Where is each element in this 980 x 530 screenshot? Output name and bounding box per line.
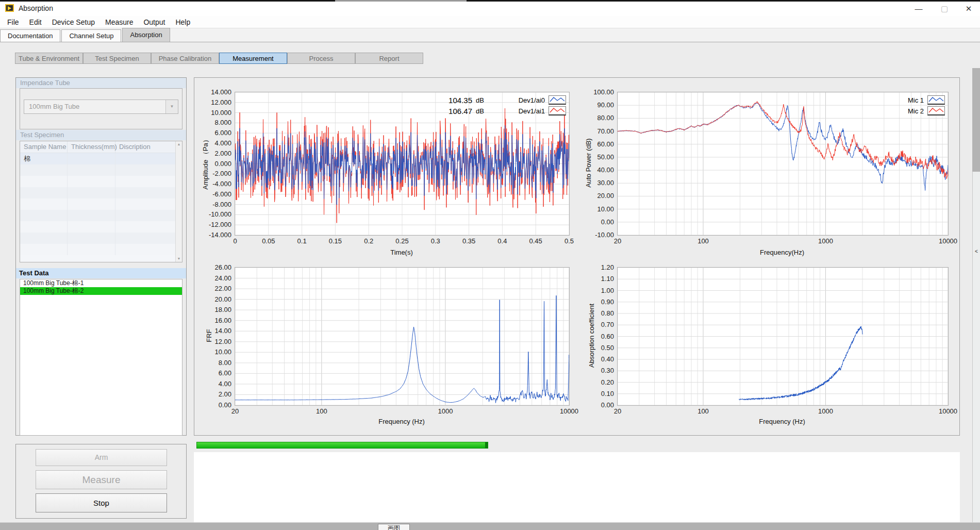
column-header-thickness-mm[interactable]: Thickness(mm): [68, 141, 115, 153]
plot-legend-icon[interactable]: [549, 106, 566, 115]
scroll-down-icon[interactable]: ▼: [176, 256, 182, 262]
test-data-list[interactable]: 100mm Big Tube-棉-1100mm Big Tube-棉-2: [20, 279, 182, 436]
y-tick-label: 1.00: [601, 287, 614, 294]
stop-button[interactable]: Stop: [36, 493, 167, 512]
close-button[interactable]: ✕: [957, 2, 980, 15]
table-row[interactable]: [20, 221, 182, 233]
auto-power-chart: 100.0090.0080.0070.0060.0050.0040.0030.0…: [617, 92, 949, 236]
bottom-strip: [0, 523, 980, 530]
y-tick-label: 22.00: [214, 285, 231, 292]
legend-row: 104.35dBDev1/ai0: [439, 95, 566, 105]
table-row[interactable]: [20, 187, 182, 198]
plot-legend-icon[interactable]: [927, 95, 945, 105]
y-tick-label: 0.00: [219, 401, 231, 409]
bottom-tab-draw[interactable]: 画图: [378, 524, 410, 530]
y-axis-label-frf: FRF: [205, 329, 213, 342]
cursor-unit: dB: [472, 96, 489, 104]
measure-button[interactable]: Measure: [36, 470, 167, 489]
legend-row: 106.47dBDev1/ai1: [439, 106, 566, 116]
menu-file[interactable]: File: [2, 16, 24, 28]
x-tick-label: 0.05: [262, 237, 275, 245]
tab-channel-setup[interactable]: Channel Setup: [61, 29, 121, 42]
arm-button[interactable]: Arm: [36, 449, 167, 466]
y-tick-label: 0.10: [601, 390, 614, 397]
cursor-value: 104.35: [439, 96, 472, 105]
table-row[interactable]: [20, 233, 182, 244]
menu-help[interactable]: Help: [170, 16, 195, 28]
table-row[interactable]: 棉: [20, 153, 182, 164]
list-item[interactable]: 100mm Big Tube-棉-1: [20, 279, 182, 287]
menu-device-setup[interactable]: Device Setup: [47, 16, 100, 28]
x-tick-label: 20: [614, 407, 621, 415]
x-tick-label: 0.2: [364, 237, 373, 245]
y-tick-label: 0.80: [601, 309, 614, 317]
table-row[interactable]: [20, 176, 182, 187]
y-tick-label: 20.00: [597, 192, 614, 200]
y-tick-label: 12.000: [211, 98, 231, 106]
impedance-tube-dropdown[interactable]: 100mm Big Tube ▼: [24, 100, 178, 114]
chevron-down-icon[interactable]: ▼: [165, 100, 178, 113]
legend-row: Mic 2: [900, 106, 945, 116]
cursor-value: 106.47: [439, 107, 472, 115]
y-tick-label: 14.00: [214, 327, 231, 335]
y-tick-label: 12.00: [214, 338, 231, 345]
table-row[interactable]: [20, 164, 182, 176]
y-tick-label: 90.00: [597, 101, 614, 109]
title-bar: [0, 2, 980, 16]
plot-legend-icon[interactable]: [927, 106, 945, 115]
impedance-tube-value: 100mm Big Tube: [29, 100, 79, 113]
x-tick-label: 0.15: [329, 237, 342, 245]
table-cell: [20, 176, 68, 187]
table-cell: [115, 210, 175, 221]
subtab-test-specimen[interactable]: Test Specimen: [83, 53, 151, 64]
y-tick-label: 26.00: [214, 263, 231, 271]
test-specimen-table-body[interactable]: 棉: [20, 153, 182, 255]
column-header-sample-name[interactable]: Sample Name: [20, 141, 68, 153]
test-data-header: Test Data: [16, 268, 186, 278]
table-cell: [68, 210, 115, 221]
table-cell: [115, 244, 175, 255]
table-cell: [20, 187, 68, 198]
table-row[interactable]: [20, 210, 182, 221]
table-row[interactable]: [20, 198, 182, 210]
table-cell: [68, 187, 115, 198]
list-item[interactable]: 100mm Big Tube-棉-2: [20, 287, 182, 295]
test-specimen-scrollbar[interactable]: ▲ ▼: [175, 141, 182, 262]
x-axis-label-frequency-3: Frequency (Hz): [759, 418, 805, 425]
subtab-measurement[interactable]: Measurement: [219, 53, 287, 64]
legend-name: Dev1/ai1: [508, 107, 545, 115]
y-tick-label: 10.00: [214, 348, 231, 356]
menu-measure[interactable]: Measure: [100, 16, 138, 28]
x-tick-label: 0.25: [395, 237, 408, 245]
x-tick-label: 10000: [939, 407, 957, 415]
x-tick-label: 10000: [560, 407, 578, 415]
table-cell: [20, 198, 68, 210]
plot-legend-icon[interactable]: [549, 95, 566, 105]
window-title: Absorption: [19, 4, 53, 12]
test-specimen-table[interactable]: Sample NameThickness(mm)Discription 棉 ▲ …: [20, 141, 182, 262]
x-tick-label: 0.3: [431, 237, 440, 245]
subtab-report[interactable]: Report: [355, 53, 423, 64]
x-axis-label-frequency-1: Frequency(Hz): [760, 249, 804, 256]
table-cell: [115, 221, 175, 233]
menu-edit[interactable]: Edit: [24, 16, 47, 28]
tab-absorption[interactable]: Absorption: [122, 28, 170, 42]
subtab-tube-environment[interactable]: Tube & Environment: [15, 53, 83, 64]
y-tick-label: 0.50: [601, 344, 614, 352]
right-splitter-thumb[interactable]: [972, 172, 980, 522]
x-tick-label: 100: [316, 407, 327, 415]
maximize-button[interactable]: ▢: [933, 2, 956, 15]
x-tick-label: 0.35: [462, 237, 475, 245]
y-tick-label: 0.70: [601, 321, 614, 328]
subtab-process[interactable]: Process: [287, 53, 355, 64]
column-header-discription[interactable]: Discription: [115, 141, 175, 153]
subtab-phase-calibration[interactable]: Phase Calibration: [151, 53, 219, 64]
minimize-button[interactable]: —: [907, 2, 931, 15]
y-tick-label: 0.60: [601, 333, 614, 340]
menu-output[interactable]: Output: [138, 16, 170, 28]
collapse-left-icon[interactable]: <: [973, 248, 979, 255]
legend-row: Mic 1: [900, 95, 945, 105]
tab-documentation[interactable]: Documentation: [0, 29, 60, 42]
scroll-up-icon[interactable]: ▲: [176, 141, 182, 147]
table-row[interactable]: [20, 244, 182, 255]
